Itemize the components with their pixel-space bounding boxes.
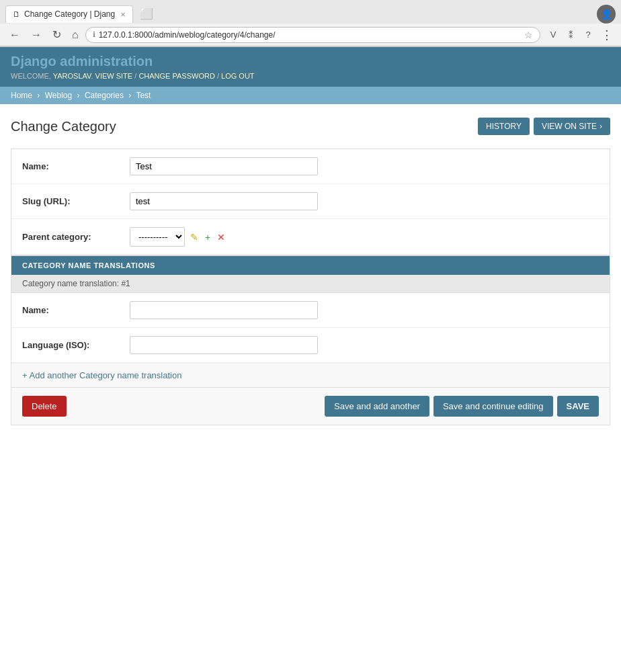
sep-categories: › [128, 91, 131, 100]
new-tab-btn[interactable]: ⬜ [133, 4, 160, 24]
inline-language-label: Language (ISO): [22, 340, 130, 350]
add-icon: + [22, 370, 28, 380]
inline-item-header: Category name translation: #1 [11, 275, 610, 293]
lock-icon: ℹ [93, 30, 95, 39]
page-header: Change Category HISTORY VIEW ON SITE › [11, 118, 610, 135]
parent-select[interactable]: ---------- [130, 227, 185, 247]
history-btn[interactable]: HISTORY [478, 118, 530, 135]
sep-home: › [37, 91, 40, 100]
parent-edit-btn[interactable]: ✎ [189, 230, 200, 244]
breadcrumb-weblog[interactable]: Weblog [45, 91, 72, 100]
sep-weblog: › [77, 91, 80, 100]
tab-bar: 🗋 Change Category | Djang × ⬜ 👤 [0, 0, 621, 24]
parent-category-field: ---------- ✎ + ✕ [130, 227, 226, 247]
inline-name-field-wrapper [130, 301, 318, 319]
welcome-prefix: WELCOME, [11, 72, 51, 80]
browser-chrome: 🗋 Change Category | Djang × ⬜ 👤 ← → ↻ ⌂ … [0, 0, 621, 47]
add-another-row: + Add another Category name translation [11, 363, 610, 387]
inline-language-input[interactable] [130, 336, 318, 354]
sep2: / [217, 72, 219, 80]
slug-input[interactable] [130, 192, 318, 210]
name-row: Name: [11, 149, 610, 184]
parent-label: Parent category: [22, 232, 130, 242]
save-add-btn[interactable]: Save and add another [325, 396, 429, 417]
tab-close-btn[interactable]: × [115, 9, 126, 19]
ext-icon-question[interactable]: ? [581, 28, 595, 42]
submit-right: Save and add another Save and continue e… [325, 396, 599, 417]
slug-row: Slug (URL): [11, 184, 610, 219]
name-label: Name: [22, 161, 130, 171]
submit-row: Delete Save and add another Save and con… [11, 388, 610, 425]
header-actions: HISTORY VIEW ON SITE › [478, 118, 610, 135]
inline-language-field-wrapper [130, 336, 318, 354]
sep1: / [134, 72, 136, 80]
view-on-site-btn[interactable]: VIEW ON SITE › [534, 118, 610, 135]
back-btn[interactable]: ← [5, 27, 24, 43]
inline-section-title: CATEGORY NAME TRANSLATIONS [22, 261, 155, 269]
slug-field-wrapper [130, 192, 318, 210]
breadcrumb: Home › Weblog › Categories › Test [0, 87, 621, 104]
page-title: Change Category [11, 119, 116, 134]
address-bar[interactable]: ℹ 127.0.0.1:8000/admin/weblog/category/4… [85, 27, 540, 43]
add-another-label: Add another Category name translation [30, 370, 182, 380]
change-password-link[interactable]: CHANGE PASSWORD [138, 72, 214, 80]
add-another-link[interactable]: + Add another Category name translation [22, 370, 181, 380]
forward-btn[interactable]: → [27, 27, 46, 43]
inline-header: CATEGORY NAME TRANSLATIONS [11, 256, 610, 275]
parent-add-btn[interactable]: + [204, 230, 212, 244]
tab-title: Change Category | Djang [24, 9, 115, 19]
inline-section: CATEGORY NAME TRANSLATIONS Category name… [11, 255, 610, 388]
username-link[interactable]: YAROSLAV [53, 72, 91, 80]
view-site-link[interactable]: VIEW SITE [95, 72, 133, 80]
user-tools: WELCOME, YAROSLAV. VIEW SITE / CHANGE PA… [11, 72, 610, 80]
profile-icon: 👤 [601, 9, 612, 19]
parent-delete-btn[interactable]: ✕ [216, 230, 226, 244]
delete-btn[interactable]: Delete [22, 396, 67, 417]
main-content: Change Category HISTORY VIEW ON SITE › N… [0, 104, 621, 439]
reload-btn[interactable]: ↻ [48, 26, 65, 43]
inline-name-label: Name: [22, 305, 130, 315]
save-continue-btn[interactable]: Save and continue editing [433, 396, 553, 417]
breadcrumb-current: Test [136, 91, 151, 100]
view-on-site-label: VIEW ON SITE [542, 122, 597, 131]
url-text: 127.0.0.1:8000/admin/weblog/category/4/c… [99, 30, 521, 40]
inline-item-label: Category name translation: #1 [22, 279, 130, 288]
breadcrumb-home[interactable]: Home [11, 91, 32, 100]
slug-label: Slug (URL): [22, 196, 130, 206]
save-btn[interactable]: SAVE [557, 396, 599, 417]
bookmark-icon[interactable]: ☆ [524, 30, 533, 40]
breadcrumb-categories[interactable]: Categories [85, 91, 124, 100]
name-field-wrapper [130, 157, 318, 175]
django-header: Django administration WELCOME, YAROSLAV.… [0, 47, 621, 87]
ext-icon-asterisk[interactable]: ⁑ [563, 28, 578, 42]
main-form: Name: Slug (URL): Parent category: -----… [11, 149, 610, 255]
ext-icon-v[interactable]: V [546, 28, 561, 42]
django-admin-title[interactable]: Django administration [11, 54, 153, 69]
inline-language-row: Language (ISO): [11, 328, 610, 362]
view-on-site-arrow: › [599, 122, 602, 131]
parent-row: Parent category: ---------- ✎ + ✕ [11, 219, 610, 255]
nav-bar: ← → ↻ ⌂ ℹ 127.0.0.1:8000/admin/weblog/ca… [0, 24, 621, 46]
tab-favicon: 🗋 [13, 10, 20, 18]
name-input[interactable] [130, 157, 318, 175]
extension-icons: V ⁑ ? [546, 28, 595, 42]
browser-menu-btn[interactable]: ⋮ [598, 28, 616, 42]
active-tab[interactable]: 🗋 Change Category | Djang × [5, 5, 133, 23]
inline-item-body: Name: Language (ISO): [11, 293, 610, 363]
browser-profile[interactable]: 👤 [597, 5, 616, 24]
logout-link[interactable]: LOG OUT [221, 72, 255, 80]
inline-name-row: Name: [11, 293, 610, 328]
home-btn[interactable]: ⌂ [68, 27, 83, 43]
inline-name-input[interactable] [130, 301, 318, 319]
